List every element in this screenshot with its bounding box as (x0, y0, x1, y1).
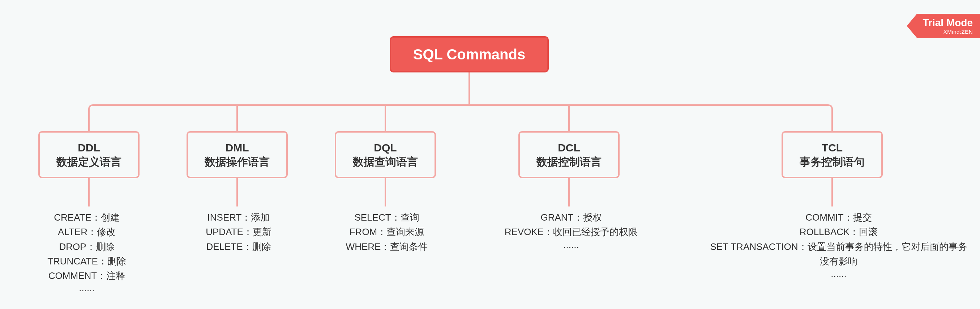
list-item: COMMIT：提交 (708, 210, 969, 224)
category-node-dml: DML 数据操作语言 (186, 131, 288, 178)
trial-mode-product: XMind:ZEN (923, 29, 973, 35)
category-abbr: TCL (822, 141, 843, 155)
category-node-dql: DQL 数据查询语言 (335, 131, 436, 178)
category-abbr: DCL (558, 141, 580, 155)
list-item: INSERT：添加 (173, 210, 304, 224)
list-item: DELETE：删除 (173, 239, 304, 254)
list-item: ······ (470, 239, 672, 254)
list-item: COMMENT：注释 (18, 269, 156, 283)
category-node-ddl: DDL 数据定义语言 (38, 131, 140, 178)
category-node-tcl: TCL 事务控制语句 (781, 131, 883, 178)
root-title: SQL Commands (413, 46, 525, 62)
list-item: ······ (18, 283, 156, 298)
list-item: REVOKE：收回已经授予的权限 (470, 224, 672, 239)
list-item: TRUNCATE：删除 (18, 254, 156, 269)
category-node-dcl: DCL 数据控制语言 (519, 131, 620, 178)
root-node-sql-commands: SQL Commands (390, 36, 549, 72)
items-list-dml: INSERT：添加 UPDATE：更新 DELETE：删除 (173, 210, 304, 254)
category-abbr: DDL (78, 141, 100, 155)
category-name: 事务控制语句 (800, 155, 865, 169)
trial-mode-title: Trial Mode (923, 18, 973, 29)
category-name: 数据查询语言 (353, 155, 418, 169)
list-item: ······ (708, 269, 969, 283)
list-item: GRANT：授权 (470, 210, 672, 224)
items-list-tcl: COMMIT：提交 ROLLBACK：回滚 SET TRANSACTION：设置… (708, 210, 969, 283)
list-item: DROP：删除 (18, 239, 156, 254)
items-list-dql: SELECT：查询 FROM：查询来源 WHERE：查询条件 (318, 210, 455, 254)
list-item: UPDATE：更新 (173, 224, 304, 239)
category-name: 数据控制语言 (536, 155, 601, 169)
category-name: 数据定义语言 (56, 155, 121, 169)
items-list-dcl: GRANT：授权 REVOKE：收回已经授予的权限 ······ (470, 210, 672, 254)
list-item: CREATE：创建 (18, 210, 156, 224)
list-item: SELECT：查询 (318, 210, 455, 224)
category-abbr: DQL (374, 141, 396, 155)
product-prefix: XMind: (943, 29, 962, 35)
items-list-ddl: CREATE：创建 ALTER：修改 DROP：删除 TRUNCATE：删除 C… (18, 210, 156, 298)
list-item: SET TRANSACTION：设置当前事务的特性，它对后面的事务没有影响 (708, 239, 969, 269)
list-item: ALTER：修改 (18, 224, 156, 239)
list-item: WHERE：查询条件 (318, 239, 455, 254)
category-name: 数据操作语言 (205, 155, 270, 169)
product-suffix: ZEN (962, 29, 973, 35)
list-item: ROLLBACK：回滚 (708, 224, 969, 239)
trial-mode-badge: Trial Mode XMind:ZEN (907, 14, 980, 38)
list-item: FROM：查询来源 (318, 224, 455, 239)
category-abbr: DML (226, 141, 249, 155)
